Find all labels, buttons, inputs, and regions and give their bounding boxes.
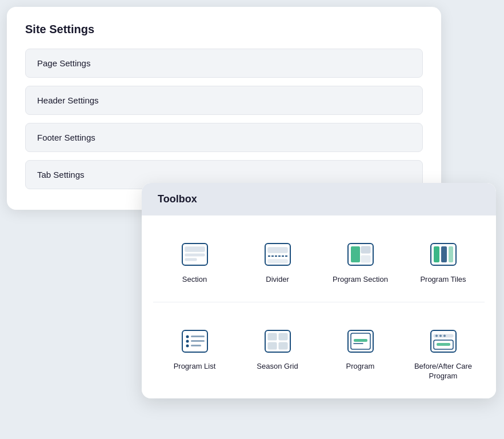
toolbox-item-program-list[interactable]: Program List	[153, 316, 236, 389]
toolbox-card: Toolbox Section	[142, 183, 496, 398]
svg-point-21	[186, 344, 189, 347]
svg-rect-1	[185, 247, 205, 252]
svg-rect-25	[279, 333, 287, 340]
program-icon	[346, 326, 375, 356]
svg-rect-3	[185, 258, 197, 261]
program-section-icon	[346, 240, 375, 269]
site-settings-card: Site Settings Page Settings Header Setti…	[7, 7, 441, 210]
program-section-label: Program Section	[333, 275, 388, 285]
svg-rect-10	[361, 246, 370, 253]
section-icon	[180, 240, 210, 269]
program-tiles-icon	[429, 240, 458, 269]
toolbox-item-program[interactable]: Program	[319, 316, 402, 389]
settings-item-footer[interactable]: Footer Settings	[25, 123, 423, 152]
season-grid-icon	[263, 326, 293, 356]
toolbox-item-section[interactable]: Section	[153, 229, 236, 293]
before-after-care-label: Before/After Care Program	[407, 362, 479, 381]
svg-rect-15	[449, 246, 453, 262]
svg-rect-9	[351, 246, 360, 262]
program-tiles-label: Program Tiles	[420, 275, 466, 285]
svg-rect-38	[437, 343, 450, 346]
svg-rect-27	[279, 342, 287, 349]
svg-rect-2	[185, 254, 205, 256]
toolbox-item-before-after-care[interactable]: Before/After Care Program	[402, 316, 485, 389]
program-label: Program	[346, 362, 375, 372]
settings-item-header[interactable]: Header Settings	[25, 86, 423, 115]
svg-rect-11	[361, 256, 370, 262]
toolbox-item-program-section[interactable]: Program Section	[319, 229, 402, 293]
settings-item-page[interactable]: Page Settings	[25, 49, 423, 78]
svg-rect-20	[191, 340, 205, 342]
toolbox-item-season-grid[interactable]: Season Grid	[236, 316, 319, 389]
toolbox-item-program-tiles[interactable]: Program Tiles	[402, 229, 485, 293]
svg-point-19	[186, 340, 189, 342]
toolbox-title: Toolbox	[142, 183, 496, 215]
svg-rect-30	[354, 339, 367, 342]
program-list-icon	[180, 326, 210, 356]
svg-point-17	[186, 335, 189, 338]
before-after-care-icon	[429, 326, 458, 356]
svg-rect-7	[268, 260, 287, 263]
svg-rect-26	[268, 342, 277, 349]
divider-label: Divider	[266, 275, 289, 285]
svg-point-36	[443, 334, 446, 337]
svg-point-34	[435, 334, 438, 337]
svg-rect-24	[268, 333, 277, 340]
svg-rect-18	[191, 336, 205, 337]
svg-rect-5	[268, 248, 287, 253]
svg-rect-22	[191, 345, 201, 346]
program-list-label: Program List	[174, 362, 216, 372]
toolbox-grid-top: Section Divider	[142, 215, 496, 302]
season-grid-label: Season Grid	[257, 362, 298, 372]
section-label: Section	[182, 275, 207, 285]
svg-point-35	[439, 334, 442, 337]
site-settings-title: Site Settings	[25, 23, 423, 36]
svg-rect-14	[441, 246, 447, 262]
svg-rect-13	[434, 246, 439, 262]
toolbox-item-divider[interactable]: Divider	[236, 229, 319, 293]
divider-icon	[263, 240, 293, 269]
toolbox-grid-bottom: Program List Season Grid	[142, 302, 496, 398]
